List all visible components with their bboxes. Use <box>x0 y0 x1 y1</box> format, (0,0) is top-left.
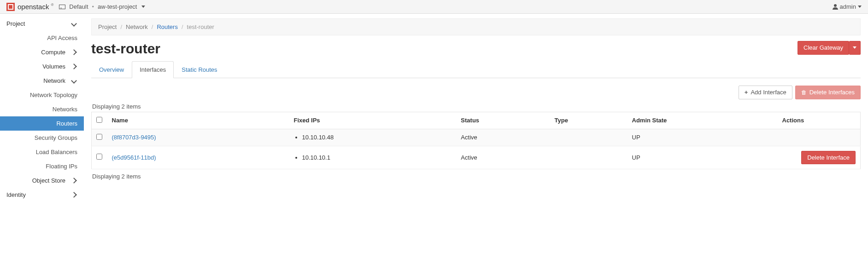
breadcrumb-separator: / <box>120 23 122 30</box>
page-title: test-router <box>91 41 798 57</box>
tab-interfaces[interactable]: Interfaces <box>132 61 174 78</box>
table-row: (8f8707d3-9495) 10.10.10.48 Active UP <box>92 129 861 146</box>
status-cell: Active <box>456 129 550 146</box>
actions-cell: Delete Interface <box>778 146 861 169</box>
project-label: aw-test-project <box>98 3 137 10</box>
brand-text: openstack <box>18 3 49 11</box>
brand-logo[interactable]: openstack ® <box>6 3 53 11</box>
sidebar-item-routers[interactable]: Routers <box>0 116 84 131</box>
chevron-right-icon <box>71 178 77 184</box>
delete-interfaces-button[interactable]: Delete Interfaces <box>795 86 861 99</box>
sidebar-label: Project <box>6 20 70 27</box>
user-label: admin <box>840 3 856 10</box>
sidebar-item-networks[interactable]: Networks <box>0 102 84 116</box>
col-type[interactable]: Type <box>550 112 628 129</box>
chevron-down-icon <box>71 21 77 27</box>
sidebar-item-volumes[interactable]: Volumes <box>0 59 84 74</box>
sidebar-label: Load Balancers <box>36 149 77 155</box>
tabs: Overview Interfaces Static Routes <box>91 61 861 78</box>
context-separator: • <box>92 3 94 10</box>
plus-icon: + <box>745 89 748 96</box>
tab-overview[interactable]: Overview <box>91 61 132 78</box>
sidebar-label: Identity <box>6 191 70 198</box>
chevron-right-icon <box>71 49 77 55</box>
domain-label: Default <box>69 3 88 10</box>
clear-gateway-button[interactable]: Clear Gateway <box>798 41 849 55</box>
type-cell <box>550 129 628 146</box>
brand-trademark: ® <box>51 3 53 7</box>
sidebar-item-identity[interactable]: Identity <box>0 188 84 202</box>
clear-gateway-group: Clear Gateway <box>798 41 861 55</box>
select-all-checkbox[interactable] <box>96 117 102 123</box>
sidebar: Project API Access Compute Volumes Netwo… <box>0 14 84 270</box>
sidebar-label: Floating IPs <box>46 163 77 170</box>
col-admin-state[interactable]: Admin State <box>628 112 778 129</box>
sidebar-label: Network Topology <box>30 92 77 98</box>
sidebar-item-floating-ips[interactable]: Floating IPs <box>0 159 84 173</box>
table-row: (e5d9561f-11bd) 10.10.10.1 Active UP Del… <box>92 146 861 169</box>
user-menu[interactable]: admin <box>833 3 862 10</box>
fixed-ip: 10.10.10.1 <box>302 154 452 161</box>
sidebar-item-network-topology[interactable]: Network Topology <box>0 88 84 102</box>
interface-name-link[interactable]: (e5d9561f-11bd) <box>112 154 156 161</box>
interface-name-link[interactable]: (8f8707d3-9495) <box>112 134 156 141</box>
fixed-ip: 10.10.10.48 <box>302 134 452 141</box>
breadcrumb: Project / Network / Routers / test-route… <box>91 18 861 35</box>
breadcrumb-item-network[interactable]: Network <box>126 23 148 30</box>
sidebar-label: Network <box>6 77 70 84</box>
trash-icon <box>801 89 807 96</box>
sidebar-item-load-balancers[interactable]: Load Balancers <box>0 145 84 159</box>
chevron-right-icon <box>71 63 77 69</box>
delete-interfaces-label: Delete Interfaces <box>809 89 855 96</box>
item-count-top: Displaying 2 items <box>92 103 861 110</box>
col-fixed-ips[interactable]: Fixed IPs <box>289 112 457 129</box>
table-toolbar: + Add Interface Delete Interfaces <box>91 86 861 99</box>
sidebar-label: Object Store <box>6 177 70 184</box>
row-checkbox[interactable] <box>96 134 102 140</box>
delete-interface-button[interactable]: Delete Interface <box>801 151 856 165</box>
sidebar-label: Security Groups <box>35 134 77 141</box>
col-name[interactable]: Name <box>107 112 289 129</box>
type-cell <box>550 146 628 169</box>
interfaces-table: Name Fixed IPs Status Type Admin State A… <box>91 112 861 170</box>
breadcrumb-item-routers[interactable]: Routers <box>157 23 178 30</box>
col-status[interactable]: Status <box>456 112 550 129</box>
tab-static-routes[interactable]: Static Routes <box>174 61 225 78</box>
sidebar-item-object-store[interactable]: Object Store <box>0 173 84 188</box>
sidebar-label: Networks <box>53 106 77 113</box>
item-count-bottom: Displaying 2 items <box>92 173 861 180</box>
sidebar-label: Volumes <box>6 63 70 70</box>
breadcrumb-separator: / <box>182 23 183 30</box>
row-checkbox[interactable] <box>96 154 102 160</box>
actions-cell <box>778 129 861 146</box>
add-interface-label: Add Interface <box>751 89 786 96</box>
main-content: Project / Network / Routers / test-route… <box>84 14 868 270</box>
sidebar-item-compute[interactable]: Compute <box>0 45 84 59</box>
sidebar-label: Routers <box>56 120 77 127</box>
caret-down-icon <box>141 6 145 8</box>
breadcrumb-item-project[interactable]: Project <box>98 23 117 30</box>
sidebar-item-api-access[interactable]: API Access <box>0 31 84 45</box>
breadcrumb-separator: / <box>152 23 153 30</box>
col-actions: Actions <box>778 112 861 129</box>
admin-state-cell: UP <box>628 146 778 169</box>
caret-down-icon <box>858 6 862 8</box>
chevron-right-icon <box>71 192 77 198</box>
topbar: openstack ® Default • aw-test-project ad… <box>0 0 868 14</box>
clear-gateway-dropdown[interactable] <box>849 41 861 55</box>
sidebar-item-security-groups[interactable]: Security Groups <box>0 131 84 145</box>
user-icon <box>833 4 838 10</box>
caret-down-icon <box>853 46 856 49</box>
add-interface-button[interactable]: + Add Interface <box>739 86 792 99</box>
sidebar-item-project[interactable]: Project <box>0 17 84 31</box>
chevron-down-icon <box>71 78 77 84</box>
sidebar-item-network[interactable]: Network <box>0 74 84 88</box>
sidebar-label: Compute <box>6 49 70 56</box>
admin-state-cell: UP <box>628 129 778 146</box>
breadcrumb-current: test-router <box>187 23 214 30</box>
status-cell: Active <box>456 146 550 169</box>
sidebar-label: API Access <box>47 34 77 41</box>
openstack-logo-icon <box>6 3 15 11</box>
context-switcher[interactable]: Default • aw-test-project <box>59 3 145 10</box>
col-checkbox <box>92 112 107 129</box>
